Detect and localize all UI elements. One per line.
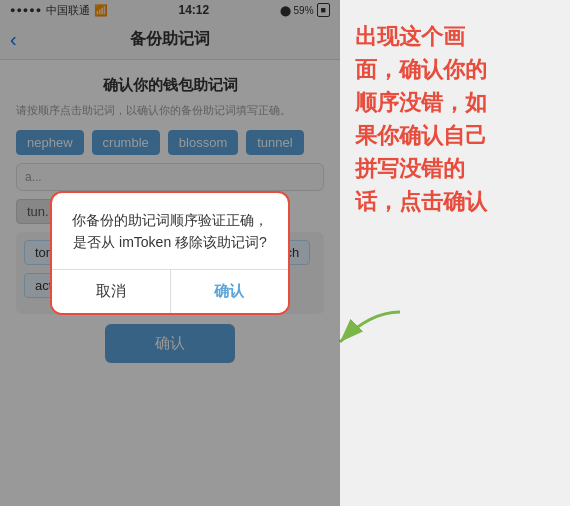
- annotation-panel: 出现这个画 面，确认你的 顺序没错，如 果你确认自己 拼写没错的 话，点击确认: [340, 0, 570, 506]
- dialog-confirm-button[interactable]: 确认: [171, 270, 289, 313]
- dialog-overlay: 你备份的助记词顺序验证正确，是否从 imToken 移除该助记词? 取消 确认: [0, 0, 340, 506]
- dialog-actions: 取消 确认: [52, 269, 288, 313]
- dialog-box: 你备份的助记词顺序验证正确，是否从 imToken 移除该助记词? 取消 确认: [50, 191, 290, 316]
- arrow-container: [330, 302, 410, 366]
- dialog-message: 你备份的助记词顺序验证正确，是否从 imToken 移除该助记词?: [52, 193, 288, 270]
- phone-frame: ●●●●● 中国联通 📶 14:12 ⬤ 59% ■ ‹ 备份助记词 确认你的钱…: [0, 0, 340, 506]
- arrow-icon: [330, 302, 410, 362]
- dialog-cancel-button[interactable]: 取消: [52, 270, 171, 313]
- annotation-text: 出现这个画 面，确认你的 顺序没错，如 果你确认自己 拼写没错的 话，点击确认: [355, 20, 487, 218]
